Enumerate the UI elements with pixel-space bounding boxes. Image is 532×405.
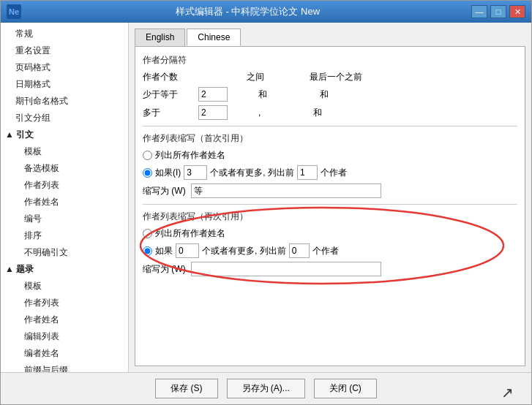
more-than-row: 多于 , 和 — [143, 105, 517, 120]
sidebar-item-record-editorlist[interactable]: 编辑列表 — [1, 328, 128, 345]
tab-bar: English Chinese — [135, 29, 525, 46]
abbrev1-writeas-label: 缩写为 (W) — [143, 185, 187, 197]
more-than-input[interactable] — [198, 105, 228, 120]
abbrev1-writeas-row: 缩写为 (W) — [143, 183, 517, 198]
tab-chinese[interactable]: Chinese — [187, 29, 241, 46]
window-title: 样式编辑器 - 中科院学位论文 New — [24, 5, 471, 18]
tab-content: 作者分隔符 作者个数 之间 最后一个之前 少于等于 和 和 — [135, 46, 525, 366]
abbrev2-radio-ifmore[interactable] — [143, 246, 152, 256]
sidebar-item-ambiguous[interactable]: 不明确引文 — [1, 244, 128, 261]
tab-english[interactable]: English — [135, 29, 185, 46]
abbrev2-writeas-input[interactable] — [191, 262, 381, 276]
abbrev2-radio1-label: 列出所有作者姓名 — [155, 227, 225, 240]
less-equal-input[interactable] — [198, 87, 228, 102]
sidebar-item-template[interactable]: 模板 — [1, 143, 128, 160]
sidebar-item-record-authorlist[interactable]: 作者列表 — [1, 295, 128, 311]
abbrev2-radio2-suffix: 个作者 — [312, 245, 339, 257]
abbrev2-writeas-label: 缩写为 (W) — [143, 263, 187, 276]
title-bar: Ne 样式编辑器 - 中科院学位论文 New — □ ✕ — [1, 1, 531, 23]
and-label-2: 和 — [320, 88, 329, 101]
and-label-1: 和 — [258, 88, 267, 101]
app-logo: Ne — [7, 4, 21, 19]
abbrev1-radio1-label: 列出所有作者姓名 — [155, 149, 225, 162]
separator-header-row: 作者个数 之间 最后一个之前 — [143, 71, 517, 83]
abbrev1-radio1-row: 列出所有作者姓名 — [143, 149, 517, 162]
maximize-button[interactable]: □ — [490, 5, 506, 18]
abbrev2-radio-all[interactable] — [143, 229, 152, 238]
sidebar-item-dateformat[interactable]: 日期格式 — [1, 76, 128, 93]
sidebar-item-citegroup[interactable]: 引文分组 — [1, 110, 128, 126]
sidebar-item-numbering[interactable]: 编号 — [1, 211, 128, 227]
sidebar-group-record[interactable]: ▲ 题录 — [1, 261, 128, 278]
title-controls: — □ ✕ — [471, 5, 525, 18]
bottom-bar: 保存 (S) 另存为 (A)... 关闭 (C) ↗ — [1, 372, 531, 404]
sidebar-item-alttemplate[interactable]: 备选模板 — [1, 160, 128, 177]
sidebar-item-general[interactable]: 常规 — [1, 26, 128, 42]
separator-section-title: 作者分隔符 — [143, 54, 517, 67]
sidebar-group-citation[interactable]: ▲ 引文 — [1, 126, 128, 143]
sidebar-item-record-prefix[interactable]: 前缀与后缀 — [1, 362, 128, 372]
sidebar-item-sort[interactable]: 排序 — [1, 227, 128, 244]
less-than-row: 少于等于 和 和 — [143, 87, 517, 102]
last-before-label: 最后一个之前 — [310, 71, 362, 83]
sidebar-item-authorlist[interactable]: 作者列表 — [1, 177, 128, 194]
between-label: 之间 — [247, 71, 305, 83]
comma-label: , — [258, 107, 261, 118]
abbrev2-radio1-row: 列出所有作者姓名 — [143, 227, 517, 240]
abbrev2-radio2-row: 如果 个或者有更多, 列出前 个作者 — [143, 243, 517, 258]
abbrev1-count-input[interactable] — [184, 165, 207, 180]
less-equal-label: 少于等于 — [143, 88, 194, 101]
close-button-bottom[interactable]: 关闭 (C) — [314, 379, 377, 398]
abbrev1-radio-ifmore[interactable] — [143, 168, 152, 178]
abbrev2-radio2-mid: 个或者有更多, 列出前 — [202, 245, 286, 257]
main-window: Ne 样式编辑器 - 中科院学位论文 New — □ ✕ 常规 重名设置 页码格… — [0, 0, 532, 405]
sidebar-item-record-authorname[interactable]: 作者姓名 — [1, 311, 128, 328]
cursor-icon: ↗ — [501, 384, 514, 401]
minimize-button[interactable]: — — [471, 5, 487, 18]
sidebar-item-pageformat[interactable]: 页码格式 — [1, 59, 128, 76]
abbrev1-radio2-mid: 个或者有更多, 列出前 — [210, 167, 294, 179]
abbrev1-front-input[interactable] — [297, 165, 318, 180]
content-area: 常规 重名设置 页码格式 日期格式 期刊命名格式 引文分组 ▲ 引文 模板 备选… — [1, 23, 531, 372]
save-button[interactable]: 保存 (S) — [155, 379, 217, 398]
abbrev2-count-input[interactable] — [176, 243, 199, 258]
abbrev1-radio2-row: 如果(I) 个或者有更多, 列出前 个作者 — [143, 165, 517, 180]
abbrev1-radio2-suffix: 个作者 — [321, 167, 347, 179]
abbrev2-radio2-prefix: 如果 — [155, 245, 173, 257]
abbrev2-title: 作者列表缩写（再次引用） — [143, 211, 517, 223]
abbrev2-front-input[interactable] — [289, 243, 310, 258]
and-label-3: 和 — [313, 107, 322, 119]
sidebar-item-authorname[interactable]: 作者姓名 — [1, 194, 128, 211]
more-than-label: 多于 — [143, 107, 194, 119]
sidebar-item-rename[interactable]: 重名设置 — [1, 42, 128, 59]
sidebar: 常规 重名设置 页码格式 日期格式 期刊命名格式 引文分组 ▲ 引文 模板 备选… — [1, 23, 129, 372]
save-as-button[interactable]: 另存为 (A)... — [227, 379, 305, 398]
abbrev2-writeas-row: 缩写为 (W) — [143, 262, 517, 276]
abbrev1-radio-all[interactable] — [143, 151, 152, 160]
main-panel: English Chinese 作者分隔符 作者个数 之间 最后一个之前 少于等… — [129, 23, 531, 372]
abbrev1-title: 作者列表缩写（首次引用） — [143, 132, 517, 145]
abbrev1-radio2-prefix: 如果(I) — [155, 167, 181, 179]
sidebar-item-journalformat[interactable]: 期刊命名格式 — [1, 93, 128, 110]
sidebar-item-record-editorname[interactable]: 编者姓名 — [1, 345, 128, 362]
author-count-label: 作者个数 — [143, 71, 194, 83]
close-button[interactable]: ✕ — [509, 5, 525, 18]
sidebar-item-record-template[interactable]: 模板 — [1, 278, 128, 295]
abbrev1-writeas-input[interactable] — [191, 183, 381, 198]
